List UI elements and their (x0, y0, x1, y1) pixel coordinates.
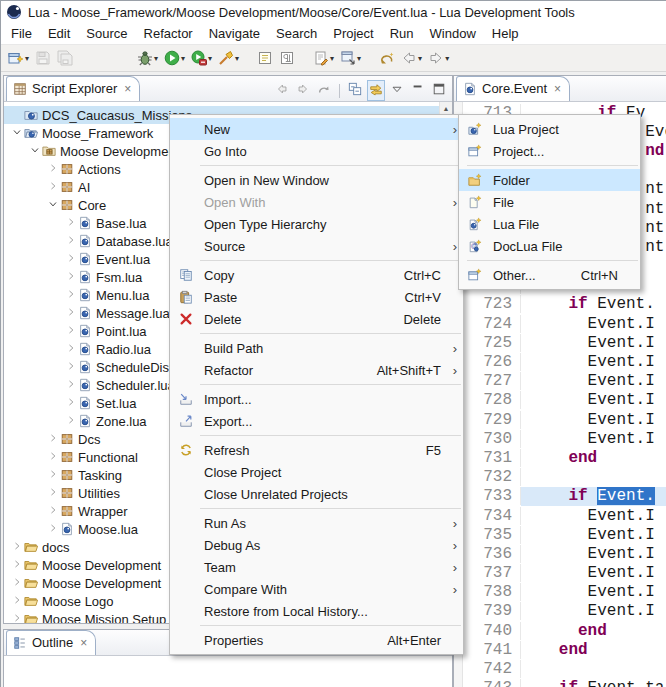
context-menu-item-export[interactable]: Export... (170, 410, 463, 432)
context-menu-item-run-as[interactable]: Run As› (170, 512, 463, 534)
new-submenu-item-lua-file[interactable]: Lua File (459, 213, 640, 235)
close-icon[interactable]: × (554, 84, 561, 94)
code-line[interactable]: 724 Event.I (463, 314, 666, 333)
chevron-right-icon[interactable] (64, 414, 78, 429)
new-submenu-item-folder[interactable]: Folder (459, 169, 640, 191)
chevron-right-icon[interactable] (64, 234, 78, 249)
show-whitespace-button[interactable] (277, 48, 297, 68)
chevron-right-icon[interactable] (64, 396, 78, 411)
context-menu-item-close-project[interactable]: Close Project (170, 461, 463, 483)
new-submenu-item-file[interactable]: File (459, 191, 640, 213)
new-submenu-item-project[interactable]: Project... (459, 140, 640, 162)
dropdown-caret-icon[interactable]: ▾ (208, 54, 212, 63)
chevron-right-icon[interactable] (46, 180, 60, 195)
run-button[interactable]: ▾ (162, 48, 187, 68)
chevron-right-icon[interactable] (64, 378, 78, 393)
panel-forward-button[interactable] (294, 80, 312, 101)
code-line[interactable]: 739 Event.I (463, 602, 666, 621)
code-line[interactable]: 741 end (463, 640, 666, 659)
new-submenu-item-doclua-file[interactable]: @DocLua File (459, 235, 640, 257)
dropdown-caret-icon[interactable]: ▾ (181, 54, 185, 63)
context-menu-item-close-unrelated-projects[interactable]: Close Unrelated Projects (170, 483, 463, 505)
context-menu-item-team[interactable]: Team› (170, 556, 463, 578)
mark-occurrences-button[interactable] (255, 48, 275, 68)
profile-button[interactable]: ▾ (189, 48, 214, 68)
code-line[interactable]: 725 Event.I (463, 333, 666, 352)
chevron-right-icon[interactable] (10, 558, 24, 573)
dropdown-caret-icon[interactable]: ▾ (330, 54, 334, 63)
code-line[interactable]: 738 Event.I (463, 583, 666, 602)
context-menu-item-source[interactable]: Source› (170, 235, 463, 257)
code-line[interactable]: 736 Event.I (463, 544, 666, 563)
menubar-item-window[interactable]: Window (422, 24, 484, 43)
chevron-right-icon[interactable] (46, 504, 60, 519)
code-line[interactable]: 729 Event.I (463, 410, 666, 429)
code-line[interactable]: 727 Event.I (463, 372, 666, 391)
debug-button[interactable]: ▾ (135, 48, 160, 68)
code-line[interactable]: 728 Event.I (463, 391, 666, 410)
chevron-right-icon[interactable] (10, 576, 24, 591)
close-icon[interactable]: × (124, 84, 131, 94)
context-menu-item-open-type-hierarchy[interactable]: Open Type Hierarchy (170, 213, 463, 235)
menubar-item-source[interactable]: Source (78, 24, 135, 43)
menubar-item-navigate[interactable]: Navigate (201, 24, 268, 43)
nav-forward-button[interactable]: ▾ (426, 48, 451, 68)
chevron-right-icon[interactable] (46, 486, 60, 501)
context-menu-item-restore-from-local-history[interactable]: Restore from Local History... (170, 600, 463, 622)
new-wizard-button[interactable]: ▾ (6, 48, 31, 68)
chevron-right-icon[interactable] (64, 270, 78, 285)
chevron-right-icon[interactable] (46, 162, 60, 177)
chevron-right-icon[interactable] (64, 324, 78, 339)
chevron-right-icon[interactable] (46, 522, 60, 537)
context-menu-item-import[interactable]: Import... (170, 388, 463, 410)
tab-core-event[interactable]: Core.Event × (456, 76, 570, 101)
chevron-right-icon[interactable] (64, 342, 78, 357)
menubar-item-refactor[interactable]: Refactor (136, 24, 201, 43)
context-menu-item-copy[interactable]: CopyCtrl+C (170, 264, 463, 286)
chevron-right-icon[interactable] (46, 432, 60, 447)
edit-location-button[interactable]: ▾ (311, 48, 336, 68)
menubar-item-edit[interactable]: Edit (40, 24, 78, 43)
context-menu-item-paste[interactable]: PasteCtrl+V (170, 286, 463, 308)
panel-back-button[interactable] (273, 80, 291, 101)
code-line[interactable]: 726 Event.I (463, 352, 666, 371)
context-menu-item-refresh[interactable]: RefreshF5 (170, 439, 463, 461)
menubar-item-help[interactable]: Help (484, 24, 527, 43)
chevron-right-icon[interactable] (64, 306, 78, 321)
context-menu-item-refactor[interactable]: RefactorAlt+Shift+T› (170, 359, 463, 381)
chevron-right-icon[interactable] (64, 360, 78, 375)
dropdown-caret-icon[interactable]: ▾ (357, 54, 361, 63)
code-line[interactable]: 733 if Event. (463, 487, 666, 506)
context-menu-item-new[interactable]: New› (170, 118, 463, 140)
dropdown-caret-icon[interactable]: ▾ (445, 54, 449, 63)
new-submenu-item-other[interactable]: Other...Ctrl+N (459, 264, 640, 286)
context-menu-item-delete[interactable]: DeleteDelete (170, 308, 463, 330)
tab-script-explorer[interactable]: Script Explorer × (6, 76, 140, 101)
menubar-item-file[interactable]: File (3, 24, 40, 43)
view-menu-button[interactable] (388, 80, 406, 101)
code-line[interactable]: 723 if Event. (463, 295, 666, 314)
code-line[interactable]: 743 if Event.ta (463, 679, 666, 687)
dropdown-caret-icon[interactable]: ▾ (418, 54, 422, 63)
chevron-right-icon[interactable] (64, 288, 78, 303)
chevron-down-icon[interactable] (10, 126, 24, 141)
context-menu-item-build-path[interactable]: Build Path› (170, 337, 463, 359)
code-line[interactable]: 737 Event.I (463, 564, 666, 583)
close-icon[interactable]: × (80, 638, 87, 648)
menubar-item-search[interactable]: Search (268, 24, 325, 43)
code-line[interactable]: 731 end (463, 448, 666, 467)
context-menu-item-properties[interactable]: PropertiesAlt+Enter (170, 629, 463, 651)
code-line[interactable]: 742 (463, 659, 666, 678)
last-edit-button[interactable] (377, 48, 397, 68)
context-menu-item-go-into[interactable]: Go Into (170, 140, 463, 162)
collapse-all-button[interactable] (346, 80, 364, 101)
tab-outline[interactable]: Outline × (6, 630, 96, 655)
chevron-right-icon[interactable] (10, 540, 24, 555)
code-line[interactable]: 740 end (463, 621, 666, 640)
maximize-button[interactable] (430, 80, 448, 101)
new-submenu-item-lua-project[interactable]: Lua Project (459, 118, 640, 140)
chevron-right-icon[interactable] (10, 612, 24, 624)
context-menu-item-open-in-new-window[interactable]: Open in New Window (170, 169, 463, 191)
chevron-right-icon[interactable] (64, 252, 78, 267)
panel-up-button[interactable] (315, 80, 333, 101)
